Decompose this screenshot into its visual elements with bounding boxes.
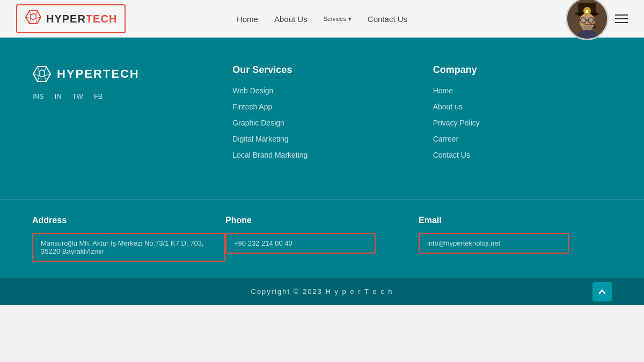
footer-logo: HYPERTECH [32, 64, 211, 84]
logo-text: HYPERTECH [46, 13, 117, 25]
footer-services-col: Our Services Web Design Fintech App Grap… [211, 64, 411, 167]
company-contact[interactable]: Contact Us [433, 151, 612, 159]
service-fintech-app[interactable]: Fintech App [232, 102, 411, 111]
copyright-bar: Copyright © 2023 H y p e r T e c h [0, 278, 644, 305]
svg-line-3 [36, 11, 37, 15]
phone-label: Phone [225, 216, 419, 225]
svg-text:B: B [586, 9, 589, 14]
svg-marker-0 [26, 11, 41, 24]
svg-marker-1 [31, 13, 36, 20]
our-services-title: Our Services [232, 64, 411, 76]
logo[interactable]: HYPERTECH [16, 4, 126, 33]
company-home[interactable]: Home [433, 86, 612, 95]
contact-strip: Address Mansuroğlu Mh. Aktur İş Merkezi … [0, 199, 644, 278]
logo-hex-icon [25, 9, 42, 29]
svg-line-25 [38, 67, 39, 71]
footer-logo-text: HYPERTECH [57, 67, 140, 81]
svg-marker-23 [33, 67, 50, 82]
svg-line-2 [30, 11, 31, 15]
svg-line-26 [45, 67, 46, 71]
copyright-text: Copyright © 2023 H y p e r T e c h [251, 287, 393, 295]
svg-point-14 [588, 18, 594, 23]
svg-point-22 [593, 26, 596, 28]
footer-logo-icon [32, 64, 52, 84]
address-value: Mansuroğlu Mh. Aktur İş Merkezi No:73/1 … [32, 233, 225, 262]
nav-home[interactable]: Home [237, 14, 258, 24]
footer-brand-col: HYPERTECH INS IN TW FB [32, 64, 211, 167]
social-in[interactable]: IN [55, 92, 62, 100]
svg-point-13 [581, 18, 586, 23]
svg-marker-24 [39, 70, 45, 77]
hamburger-menu[interactable] [615, 14, 628, 23]
social-fb[interactable]: FB [94, 92, 103, 100]
svg-line-28 [45, 76, 46, 82]
avatar-image: B [567, 0, 607, 39]
service-digital-marketing[interactable]: Digital Marketing [232, 135, 411, 143]
svg-line-5 [36, 18, 37, 24]
company-privacy[interactable]: Privacy Policy [433, 119, 612, 127]
svg-line-17 [594, 20, 595, 20]
company-about[interactable]: About us [433, 102, 612, 111]
company-career[interactable]: Carreer [433, 135, 612, 143]
phone-col: Phone +90 232 214 00 40 [225, 216, 419, 262]
phone-value: +90 232 214 00 40 [225, 233, 376, 254]
nav-services[interactable]: Services ▾ [324, 16, 352, 23]
social-tw[interactable]: TW [72, 92, 83, 100]
footer-social: INS IN TW FB [32, 92, 211, 100]
avatar: B [566, 0, 609, 40]
social-ins[interactable]: INS [32, 92, 44, 100]
header: HYPERTECH Home About Us Services ▾ Conta… [0, 0, 644, 38]
dropdown-arrow-icon: ▾ [348, 16, 352, 23]
email-label: Email [419, 216, 612, 225]
navigation: Home About Us Services ▾ Contact Us [237, 14, 407, 24]
footer-main: HYPERTECH INS IN TW FB Our Services Web … [0, 38, 644, 199]
header-right: B [566, 0, 628, 40]
svg-line-16 [579, 20, 581, 20]
chevron-up-icon [598, 287, 606, 296]
address-col: Address Mansuroğlu Mh. Aktur İş Merkezi … [32, 216, 225, 262]
service-web-design[interactable]: Web Design [232, 86, 411, 95]
nav-contact[interactable]: Contact Us [368, 14, 407, 24]
footer-company-col: Company Home About us Privacy Policy Car… [412, 64, 612, 167]
email-value: info@hyperteknoloji.net [419, 233, 569, 254]
email-col: Email info@hyperteknoloji.net [419, 216, 612, 262]
service-graphic-design[interactable]: Graphic Design [232, 119, 411, 127]
svg-line-29 [38, 76, 39, 82]
service-local-brand-marketing[interactable]: Local Brand Marketing [232, 151, 411, 159]
address-label: Address [32, 216, 225, 225]
svg-line-6 [30, 18, 31, 24]
company-title: Company [433, 64, 612, 76]
scroll-to-top-button[interactable] [592, 282, 612, 301]
nav-about[interactable]: About Us [274, 14, 308, 24]
